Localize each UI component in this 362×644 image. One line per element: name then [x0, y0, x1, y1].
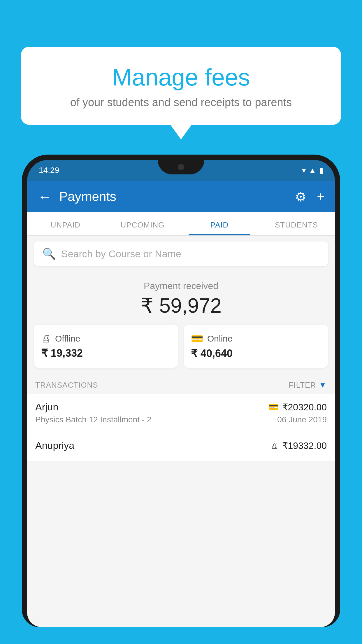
gear-icon[interactable]: ⚙: [295, 189, 306, 204]
search-bar[interactable]: 🔍 Search by Course or Name: [34, 242, 328, 266]
header-title: Payments: [59, 189, 295, 204]
header-actions: ⚙ +: [295, 189, 324, 204]
app-screen: ← Payments ⚙ + UNPAID UPCOMING PAID: [27, 181, 335, 627]
payment-received-label: Payment received: [34, 281, 328, 291]
wifi-icon: ▾: [302, 166, 306, 175]
app-header: ← Payments ⚙ +: [27, 181, 335, 212]
filter-icon: ▼: [319, 381, 327, 390]
tab-upcoming[interactable]: UPCOMING: [104, 212, 181, 235]
phone-outer: 14:29 ▾ ▲ ▮ ← Payments ⚙ +: [22, 155, 340, 627]
transactions-header: TRANSACTIONS FILTER ▼: [27, 375, 335, 394]
student-name: Arjun: [35, 401, 58, 413]
filter-label: FILTER: [289, 381, 316, 390]
offline-label: Offline: [55, 334, 80, 344]
bubble-title: Manage fees: [38, 64, 324, 90]
offline-payment-icon: 🖨: [270, 441, 279, 450]
amount-row: 🖨 ₹19332.00: [270, 440, 327, 451]
tabs-container: UNPAID UPCOMING PAID STUDENTS: [27, 212, 335, 236]
transaction-row[interactable]: Anupriya 🖨 ₹19332.00: [27, 432, 335, 461]
offline-icon: 🖨: [41, 333, 51, 344]
tab-unpaid[interactable]: UNPAID: [27, 212, 104, 235]
status-icons: ▾ ▲ ▮: [302, 166, 323, 175]
offline-amount: ₹ 19,332: [41, 347, 171, 359]
online-amount: ₹ 40,640: [191, 347, 321, 360]
transaction-amount: ₹19332.00: [282, 440, 327, 451]
battery-icon: ▮: [319, 166, 323, 175]
transaction-date: 06 June 2019: [277, 415, 327, 424]
amount-row: 💳 ₹20320.00: [268, 402, 327, 413]
online-label: Online: [207, 334, 233, 344]
transactions-label: TRANSACTIONS: [35, 381, 98, 390]
online-card-header: 💳 Online: [191, 333, 321, 344]
payment-received-section: Payment received ₹ 59,972: [27, 272, 335, 325]
back-button[interactable]: ←: [38, 188, 52, 205]
transaction-row[interactable]: Arjun 💳 ₹20320.00 Physics Batch 12 Insta…: [27, 394, 335, 432]
payment-cards-row: 🖨 Offline ₹ 19,332 💳 Online ₹ 40,640: [27, 325, 335, 375]
transaction-top-row: Arjun 💳 ₹20320.00: [35, 401, 327, 413]
bubble-subtitle: of your students and send receipts to pa…: [38, 96, 324, 109]
tab-students[interactable]: STUDENTS: [258, 212, 335, 235]
transaction-top-row: Anupriya 🖨 ₹19332.00: [35, 440, 327, 451]
payment-total-amount: ₹ 59,972: [34, 294, 328, 318]
phone-mockup: 14:29 ▾ ▲ ▮ ← Payments ⚙ +: [22, 155, 340, 644]
status-time: 14:29: [39, 166, 59, 175]
transaction-amount: ₹20320.00: [282, 402, 327, 413]
plus-icon[interactable]: +: [317, 189, 324, 204]
speech-bubble-container: Manage fees of your students and send re…: [21, 47, 341, 125]
speech-bubble: Manage fees of your students and send re…: [21, 47, 341, 125]
online-icon: 💳: [191, 333, 203, 344]
tab-paid[interactable]: PAID: [181, 212, 258, 235]
search-icon: 🔍: [42, 247, 56, 260]
online-payment-icon: 💳: [268, 402, 279, 412]
camera-dot: [178, 164, 184, 170]
offline-card-header: 🖨 Offline: [41, 333, 171, 344]
notch: [158, 160, 204, 174]
search-placeholder: Search by Course or Name: [61, 248, 181, 260]
signal-icon: ▲: [309, 166, 316, 175]
offline-card: 🖨 Offline ₹ 19,332: [34, 325, 178, 368]
filter-row[interactable]: FILTER ▼: [289, 381, 327, 390]
transaction-bottom-row: Physics Batch 12 Installment - 2 06 June…: [35, 415, 327, 424]
status-bar: 14:29 ▾ ▲ ▮: [27, 160, 335, 181]
online-card: 💳 Online ₹ 40,640: [184, 325, 328, 368]
course-info: Physics Batch 12 Installment - 2: [35, 415, 151, 424]
student-name: Anupriya: [35, 440, 74, 451]
